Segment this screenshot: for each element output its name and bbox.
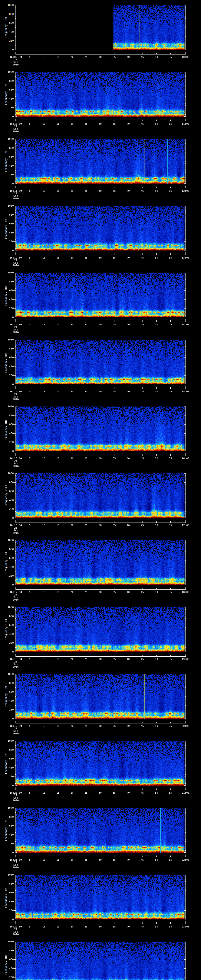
- y-axis-tick: [14, 776, 16, 777]
- y-axis-tick: [185, 284, 185, 284]
- y-axis-tick: [15, 172, 16, 173]
- y-axis-line-right: [185, 139, 186, 184]
- y-axis-tick: [14, 768, 16, 768]
- x-axis-end-tick: [185, 386, 186, 389]
- y-tick-label: 800: [2, 816, 14, 818]
- y-tick-label: 600: [2, 289, 14, 292]
- x-axis-tick: [44, 387, 44, 389]
- y-axis-tick: [185, 685, 185, 686]
- y-axis-tick: [185, 212, 185, 213]
- y-axis-tick: [14, 567, 16, 567]
- x-axis-tick: [72, 119, 72, 121]
- y-axis-tick: [185, 810, 185, 810]
- y-axis-line-right: [185, 607, 186, 652]
- y-axis-tick: [15, 839, 16, 840]
- y-tick-label: 1000: [2, 70, 14, 73]
- y-tick-label: 1000: [2, 673, 14, 675]
- y-axis-tick: [185, 275, 185, 275]
- y-axis-tick: [185, 632, 185, 632]
- y-axis-tick: [15, 152, 16, 153]
- y-axis-tick: [14, 491, 16, 492]
- y-axis-tick: [15, 429, 16, 429]
- y-axis-tick: [15, 955, 16, 955]
- y-tick-label: 600: [2, 824, 14, 827]
- x-end-time-label: 16:00: [177, 457, 194, 460]
- y-axis-tick: [184, 282, 185, 282]
- y-axis-end-tick: [184, 139, 186, 139]
- y-axis-tick: [14, 892, 16, 893]
- y-tick-label: 0: [2, 115, 14, 118]
- y-axis-tick: [185, 25, 185, 25]
- y-axis-title: Frequency (Hz): [5, 886, 7, 908]
- y-axis-end-tick: [184, 942, 186, 942]
- y-axis-title: Frequency (Hz): [5, 552, 7, 573]
- y-axis-tick: [14, 442, 16, 442]
- x-axis-line: [16, 255, 186, 255]
- y-axis-tick: [15, 444, 16, 445]
- y-axis-tick: [185, 409, 185, 409]
- date-label: 2016: [7, 130, 24, 133]
- x-axis-tick: [72, 454, 72, 456]
- y-axis-tick: [185, 92, 185, 92]
- y-tick-label: 800: [2, 80, 14, 82]
- y-axis-tick: [185, 48, 185, 48]
- y-tick-label: 0: [2, 918, 14, 921]
- y-axis-tick: [185, 556, 185, 556]
- y-axis-title: Frequency (Hz): [5, 83, 7, 105]
- y-axis-tick: [185, 346, 185, 347]
- y-axis-end-tick: [16, 116, 17, 117]
- y-tick-label: 0: [2, 784, 14, 787]
- y-tick-label: 800: [2, 882, 14, 885]
- y-axis-end-tick: [184, 607, 186, 608]
- y-axis-tick: [15, 815, 16, 815]
- x-axis-tick: [44, 53, 44, 54]
- x-axis-tick: [44, 454, 44, 456]
- y-axis-line-right: [185, 407, 186, 451]
- y-axis-end-tick: [184, 72, 186, 72]
- x-axis-line: [16, 723, 186, 724]
- x-end-time-label: 11:00: [177, 123, 194, 125]
- y-axis-tick: [15, 953, 16, 953]
- y-tick-label: 200: [2, 708, 14, 711]
- y-axis-tick: [15, 781, 16, 781]
- date-label: 2016: [7, 331, 24, 333]
- y-axis-tick: [184, 701, 185, 701]
- y-axis-tick: [15, 487, 16, 487]
- y-axis-tick: [185, 763, 185, 764]
- y-axis-tick: [15, 161, 16, 162]
- y-tick-label: 1000: [2, 940, 14, 943]
- x-axis-tick: [114, 387, 115, 389]
- y-axis-end-tick: [184, 473, 186, 474]
- spectrogram-panel: Frequency (Hz) 0200400600800100051015202…: [0, 736, 201, 803]
- y-axis-tick: [15, 917, 16, 918]
- y-axis-tick: [15, 565, 16, 565]
- y-axis-end-tick: [16, 49, 17, 50]
- y-axis-tick: [185, 444, 185, 445]
- y-axis-tick: [14, 157, 16, 157]
- date-label: 2016: [7, 866, 24, 869]
- x-axis-tick: [30, 722, 30, 723]
- x-axis-tick: [114, 655, 115, 656]
- y-axis-end-tick: [16, 139, 17, 139]
- y-axis-tick: [14, 23, 16, 23]
- y-axis-tick: [15, 279, 16, 280]
- spectrogram-canvas: [16, 942, 185, 980]
- x-axis-tick: [58, 655, 58, 656]
- y-axis-tick: [185, 620, 185, 621]
- y-axis-tick: [15, 275, 16, 275]
- y-axis-tick: [185, 10, 185, 10]
- y-axis-tick: [15, 641, 16, 641]
- y-axis-tick: [184, 776, 185, 777]
- y-axis-tick: [184, 843, 185, 844]
- spectrogram-panel: Frequency (Hz) 0200400600800100051015202…: [0, 267, 201, 334]
- y-tick-label: 200: [2, 574, 14, 577]
- y-axis-tick: [15, 703, 16, 703]
- y-axis-line-right: [185, 206, 186, 250]
- date-label: 2016: [7, 264, 24, 267]
- y-axis-tick: [15, 743, 16, 743]
- y-tick-label: 400: [2, 834, 14, 836]
- y-axis-tick: [184, 768, 185, 768]
- y-axis-tick: [15, 88, 16, 88]
- y-axis-tick: [185, 502, 185, 503]
- y-axis-end-tick: [184, 451, 186, 451]
